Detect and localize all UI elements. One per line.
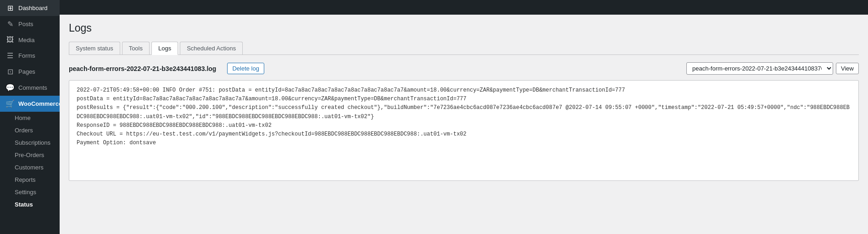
log-selector-wrapper: peach-form-errors-2022-07-21-b3e24344410…	[686, 62, 859, 75]
sidebar-item-subscriptions[interactable]: Subscriptions	[0, 136, 60, 149]
tab-system-status[interactable]: System status	[69, 42, 120, 54]
tabs-bar: System status Tools Logs Scheduled Actio…	[69, 42, 859, 55]
sidebar-item-home[interactable]: Home	[0, 112, 60, 124]
sidebar-item-media[interactable]: 🖼 Media	[0, 32, 60, 48]
sidebar-item-label: WooCommerce	[18, 100, 60, 107]
sidebar: ⊞ Dashboard ✎ Posts 🖼 Media ☰ Forms ⊡ Pa…	[0, 0, 60, 234]
view-log-button[interactable]: View	[836, 63, 859, 74]
sidebar-item-customers[interactable]: Customers	[0, 161, 60, 174]
sidebar-item-label: Comments	[18, 84, 47, 91]
dashboard-icon: ⊞	[6, 4, 15, 12]
sidebar-item-status[interactable]: Status	[0, 198, 60, 211]
sidebar-item-settings[interactable]: Settings	[0, 186, 60, 198]
pages-icon: ⊡	[6, 67, 15, 76]
posts-icon: ✎	[6, 20, 15, 28]
sidebar-item-label: Dashboard	[18, 5, 48, 11]
sidebar-item-dashboard[interactable]: ⊞ Dashboard	[0, 0, 60, 16]
sidebar-item-woocommerce[interactable]: 🛒 WooCommerce	[0, 96, 60, 112]
top-bar	[60, 0, 868, 15]
log-filename: peach-form-errors-2022-07-21-b3e24344108…	[69, 65, 216, 72]
page-title: Logs	[69, 22, 859, 34]
log-header: peach-form-errors-2022-07-21-b3e24344108…	[69, 62, 859, 75]
sidebar-sub-label: Status	[15, 201, 33, 208]
sidebar-item-pre-orders[interactable]: Pre-Orders	[0, 149, 60, 161]
sidebar-sub-label: Reports	[15, 176, 36, 183]
sidebar-item-reports[interactable]: Reports	[0, 174, 60, 186]
sidebar-item-label: Media	[18, 37, 34, 44]
media-icon: 🖼	[6, 36, 15, 44]
tab-tools[interactable]: Tools	[122, 42, 150, 54]
sidebar-sub-label: Pre-Orders	[15, 152, 44, 158]
log-content-area: 2022-07-21T05:49:58+00:00 INFO Order #75…	[69, 80, 859, 181]
sidebar-item-posts[interactable]: ✎ Posts	[0, 16, 60, 32]
sidebar-sub-label: Customers	[15, 164, 44, 171]
sidebar-item-label: Posts	[18, 21, 33, 27]
sidebar-item-forms[interactable]: ☰ Forms	[0, 48, 60, 64]
tab-logs[interactable]: Logs	[151, 42, 178, 55]
sidebar-item-label: Forms	[18, 52, 35, 59]
sidebar-sub-label: Settings	[15, 189, 36, 196]
delete-log-button[interactable]: Delete log	[227, 63, 264, 74]
content-area: Logs System status Tools Logs Scheduled …	[60, 15, 868, 234]
woocommerce-icon: 🛒	[6, 99, 15, 108]
tab-scheduled-actions[interactable]: Scheduled Actions	[180, 42, 243, 54]
sidebar-item-pages[interactable]: ⊡ Pages	[0, 64, 60, 80]
sidebar-sub-label: Home	[15, 114, 31, 121]
sidebar-sub-label: Subscriptions	[15, 139, 50, 146]
forms-icon: ☰	[6, 51, 15, 60]
comments-icon: 💬	[6, 83, 15, 92]
log-file-selector[interactable]: peach-form-errors-2022-07-21-b3e24344410…	[686, 62, 833, 75]
sidebar-item-label: Pages	[18, 68, 35, 75]
main-content: Logs System status Tools Logs Scheduled …	[60, 0, 868, 234]
sidebar-sub-label: Orders	[15, 127, 33, 134]
sidebar-item-orders[interactable]: Orders	[0, 124, 60, 136]
sidebar-item-comments[interactable]: 💬 Comments	[0, 80, 60, 96]
